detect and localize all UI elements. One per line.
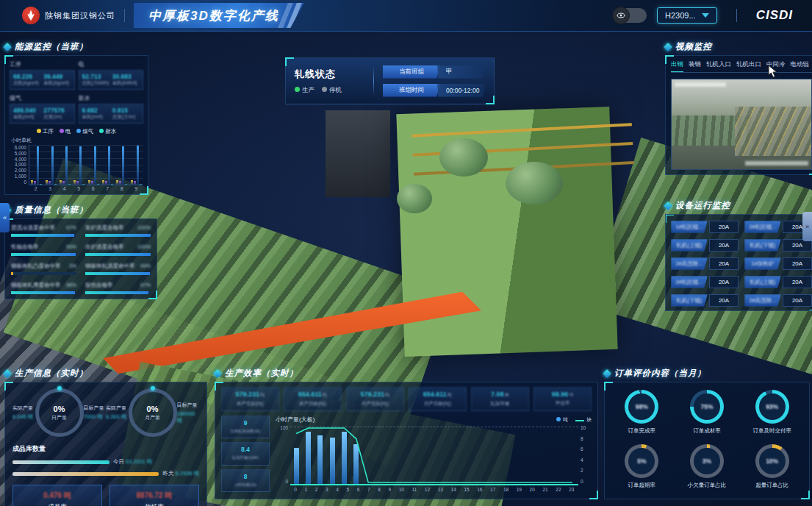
- equipment-item-label[interactable]: 1#轧区辊...: [671, 221, 708, 233]
- quality-items-grid: 层流冷温度命中率97%装炉温度合格率100%性能合格率99%出炉温度合格率100…: [11, 224, 151, 294]
- efficiency-card-value: 7.08米: [473, 391, 527, 399]
- mill-cylinder: [397, 184, 432, 213]
- donut-percent: 75%: [700, 403, 713, 410]
- energy-value: 68.226: [13, 73, 40, 80]
- video-tab-出钢[interactable]: 出钢: [671, 60, 683, 69]
- equipment-item-label[interactable]: 轧机(下辊): [671, 294, 708, 307]
- line-status-value: 00:00-12:00: [437, 84, 485, 97]
- diamond-icon: [213, 369, 221, 377]
- equipment-item-label[interactable]: 2#轧区辊...: [671, 276, 708, 288]
- energy-stat-value: 30.683单耗(kWh/t): [112, 73, 140, 87]
- energy-bar: [60, 180, 62, 185]
- camera-osd-text: [675, 82, 726, 87]
- x-tick: 20: [530, 487, 535, 492]
- line-status-label: 班组时间: [383, 84, 440, 97]
- energy-bar: [97, 184, 99, 185]
- equipment-item-label[interactable]: 轧机(下辊): [744, 239, 781, 252]
- line-status-label: 当前班组: [383, 65, 440, 79]
- gauge-dot-icon: [57, 386, 62, 391]
- order-select-dropdown[interactable]: H2309...: [657, 7, 717, 24]
- y-tick: 3,000: [10, 162, 26, 167]
- efficiency-card-value: 654.611吨: [411, 391, 464, 399]
- camera-osd-text: [745, 161, 808, 165]
- right-collapse-tab[interactable]: »: [802, 212, 812, 241]
- y-tick: 1,000: [10, 174, 26, 179]
- efficiency-side-card: 8.4轧制节奏(分钟): [221, 442, 270, 465]
- energy-bar: [116, 180, 118, 185]
- donut-label: 超量订单占比: [755, 482, 788, 489]
- equipment-item-label[interactable]: 2#高压除...: [671, 257, 708, 270]
- output-gauge: 0%日产量: [35, 388, 84, 437]
- dashboard-root: 陕钢集团汉钢公司 中厚板3D数字化产线 H2309... CISDI 能源监控（…: [0, 0, 812, 506]
- x-tick: 21: [542, 487, 547, 492]
- video-section: 视频监控 出钢装钢轧机入口轧机出口中间冷电动辊: [665, 41, 808, 175]
- camera-feed[interactable]: [671, 79, 812, 170]
- equipment-item-label[interactable]: 轧机(上辊): [671, 239, 708, 252]
- stock-title: 成品库数量: [12, 444, 199, 454]
- diamond-icon: [603, 369, 611, 377]
- company-logo-icon: [22, 7, 40, 24]
- quality-item-percent: 100%: [137, 244, 151, 249]
- eye-icon: [612, 7, 630, 24]
- energy-bar: [105, 181, 107, 185]
- x-tick: 1: [305, 487, 308, 492]
- energy-unit: 单耗(kWh/t): [112, 80, 140, 87]
- energy-bar-group: [73, 146, 85, 185]
- energy-unit: 总量(万m³): [112, 114, 140, 121]
- quality-progress-track: [85, 291, 151, 294]
- actual-output: 实际产量6.045 吨: [12, 388, 35, 437]
- video-tab-装钢[interactable]: 装钢: [689, 60, 701, 69]
- video-tab-轧机入口[interactable]: 轧机入口: [706, 60, 731, 69]
- x-tick: 4: [336, 487, 339, 492]
- side-card-value: 8.4: [241, 446, 250, 453]
- y-tick: 0: [581, 479, 592, 484]
- equipment-item-label[interactable]: 2#轧区辊...: [744, 221, 781, 233]
- visibility-toggle[interactable]: [613, 8, 647, 23]
- diamond-icon: [664, 43, 672, 51]
- quality-progress-fill: [11, 253, 76, 256]
- energy-stat-name: 煤气: [10, 94, 75, 102]
- energy-stat-values: 68.226总耗(kgce/t)39.449单耗(kgce/t): [10, 70, 75, 90]
- y-tick: 0: [10, 179, 26, 185]
- x-tick: 9: [134, 186, 137, 191]
- energy-bar: [94, 146, 96, 185]
- left-collapse-tab[interactable]: «: [0, 203, 10, 232]
- quality-progress-fill: [85, 291, 148, 294]
- video-tab-轧机出口[interactable]: 轧机出口: [736, 60, 761, 69]
- equipment-item-label[interactable]: 轧机(上辊): [744, 276, 781, 288]
- warehouse-button-板坯库[interactable]: 8876.72 吨板坯库: [109, 485, 199, 506]
- energy-bar: [122, 146, 124, 185]
- header-divider: [736, 9, 737, 22]
- x-tick: 22: [556, 487, 561, 492]
- x-tick: 16: [477, 487, 482, 492]
- efficiency-card-unit: 吨: [448, 392, 453, 397]
- efficiency-side-card: 8小时块数(块): [221, 469, 270, 492]
- hourly-legend-item: 吨: [556, 416, 568, 424]
- video-tab-电动辊[interactable]: 电动辊: [791, 60, 810, 69]
- hourly-chart-legend: 吨块: [556, 416, 592, 424]
- equipment-item-label[interactable]: 2#高压除...: [744, 294, 781, 307]
- output-gauge: 0%月产量: [129, 388, 177, 437]
- energy-unit: 单耗(m³/t): [13, 114, 40, 121]
- hourly-chart-left-axis: 1200: [276, 425, 290, 484]
- efficiency-side-cards: 9当班轧制块数(块)8.4轧制节奏(分钟)8小时块数(块): [221, 416, 270, 492]
- quality-progress-track: [11, 272, 76, 275]
- hourly-legend-item: 块: [575, 416, 592, 424]
- equipment-grid: 1#轧区辊...20A2#轧区辊...20A轧机(上辊)20A轧机(下辊)20A…: [671, 221, 812, 311]
- warehouse-value: 0.476 吨: [13, 491, 101, 501]
- energy-bar: [134, 181, 136, 185]
- y-tick: 2,000: [10, 168, 26, 173]
- energy-stat-values: 52.713总耗(万kWh)30.683单耗(kWh/t): [79, 70, 144, 90]
- quality-item-label: 层流冷温度命中率: [11, 224, 55, 232]
- equipment-item-label[interactable]: 1#加热炉: [744, 257, 781, 270]
- donut-ring: 98%: [625, 390, 658, 424]
- warehouse-button-成品库[interactable]: 0.476 吨成品库: [12, 485, 102, 506]
- stock-bar-fill: [12, 460, 109, 464]
- gauge-percent: 0%: [147, 405, 159, 413]
- x-tick: 11: [412, 487, 417, 492]
- energy-bar: [111, 184, 113, 185]
- stock-bar-value: 63.2011 吨: [126, 458, 152, 466]
- efficiency-card-unit: 米: [505, 392, 510, 397]
- chevron-down-icon: [702, 13, 709, 18]
- side-card-label: 轧制节奏(分钟): [232, 455, 259, 461]
